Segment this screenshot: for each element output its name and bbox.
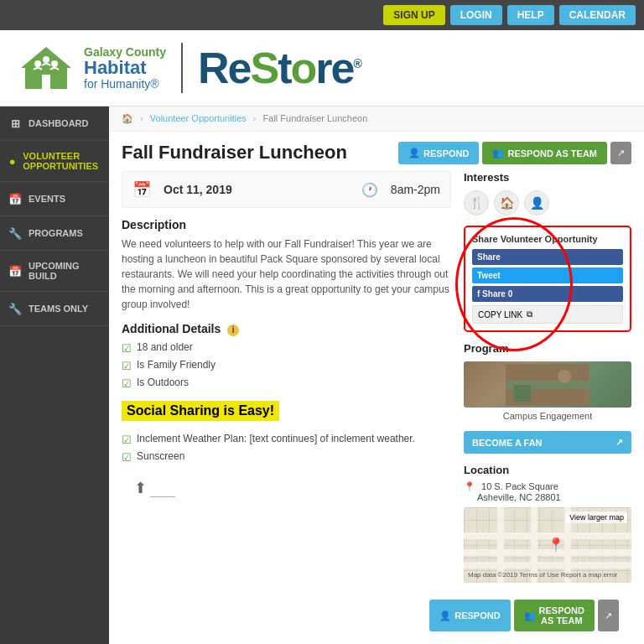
login-button[interactable]: LOGIN <box>450 5 502 25</box>
bottom-respond-label: RESPOND <box>454 610 500 621</box>
share-facebook2-button[interactable]: f Share 0 <box>472 286 623 302</box>
check-icon-weather: ☑ <box>122 434 132 446</box>
map-view-larger[interactable]: View larger map <box>566 512 627 523</box>
event-date: Oct 11, 2019 <box>164 183 232 196</box>
bottom-respond-row: 👤 RESPOND 👥 RESPOND AS TEAM ↗ <box>464 593 631 638</box>
bottom-respond-team-button[interactable]: 👥 RESPOND AS TEAM <box>514 600 595 631</box>
detail-text-2: Is Outdoors <box>137 377 189 388</box>
additional-details-title: Additional Details i <box>122 322 451 336</box>
interest-icon-1: 🏠 <box>494 190 519 216</box>
respond-person-icon: 👤 <box>408 148 420 158</box>
bottom-share-button[interactable]: ↗ <box>598 600 619 631</box>
description-section: Description We need volunteers to help w… <box>122 218 451 312</box>
copy-link-button[interactable]: COPY LINK ⧉ <box>472 305 623 324</box>
breadcrumb: 🏠 › Volunteer Opportunities › Fall Fundr… <box>109 106 644 132</box>
calendar-button[interactable]: CALENDAR <box>559 5 636 25</box>
teams-icon: 🔧 <box>8 302 22 315</box>
weather-text: Inclement Weather Plan: [text continues]… <box>137 433 415 444</box>
interest-icon-2: 👤 <box>524 190 549 216</box>
breadcrumb-volunteer-link[interactable]: Volunteer Opportunities <box>150 113 247 123</box>
event-title: Fall Fundraiser Luncheon <box>122 142 347 164</box>
detail-item-0: ☑ 18 and older <box>122 341 451 355</box>
share-facebook-button[interactable]: Share <box>472 249 623 265</box>
interests-title: Interests <box>464 171 631 184</box>
check-icon-1: ☑ <box>122 360 132 372</box>
top-navigation: SIGN UP LOGIN HELP CALENDAR <box>0 0 644 30</box>
location-title: Location <box>464 464 631 476</box>
weather-note: ☑ Inclement Weather Plan: [text continue… <box>122 433 451 446</box>
events-icon: 📅 <box>8 192 22 205</box>
detail-item-2: ☑ Is Outdoors <box>122 377 451 390</box>
event-actions: 👤 RESPOND 👥 RESPOND AS TEAM ↗ <box>398 142 631 164</box>
volunteer-icon: ● <box>8 154 16 168</box>
signup-button[interactable]: SIGN UP <box>383 5 444 25</box>
map-attribution: Map data ©2019 Terms of Use Report a map… <box>468 571 617 579</box>
help-button[interactable]: HELP <box>507 5 554 25</box>
map-placeholder[interactable]: 📍 Map data ©2019 Terms of Use Report a m… <box>464 507 631 583</box>
restore-logo-s: S <box>251 44 278 92</box>
program-section: Program Campus Engagement <box>464 342 631 421</box>
social-sharing-label: Social Sharing is Easy! <box>122 401 279 421</box>
detail-text-0: 18 and older <box>137 341 193 353</box>
restore-logo: ReStore® <box>198 43 361 93</box>
upload-icon[interactable]: ⬆ <box>134 479 147 497</box>
logo-divider <box>181 43 183 93</box>
program-label: Campus Engagement <box>464 411 631 421</box>
share-icon: ↗ <box>617 148 625 158</box>
program-image <box>464 361 631 408</box>
respond-team-button[interactable]: 👥 RESPOND AS TEAM <box>482 142 607 164</box>
bottom-share-icon: ↗ <box>605 610 612 621</box>
become-fan-button[interactable]: BECOME A FAN ↗ <box>464 431 631 454</box>
main-column: 📅 Oct 11, 2019 🕐 8am-2pm Description We … <box>122 171 464 638</box>
calendar-icon: 📅 <box>132 180 151 199</box>
sidebar-item-volunteer[interactable]: ● Volunteer Opportunities <box>0 141 109 182</box>
info-icon: i <box>227 325 239 336</box>
logo-bar: Galaxy County Habitat for Humanity® ReSt… <box>0 30 644 106</box>
check-icon-0: ☑ <box>122 342 132 355</box>
location-address-line1: 10 S. Pack Square <box>481 481 558 491</box>
share-button[interactable]: ↗ <box>610 142 631 164</box>
main-layout: ⊞ Dashboard ● Volunteer Opportunities 📅 … <box>0 106 644 644</box>
sidebar-item-upcoming[interactable]: 📅 Upcoming Build <box>0 251 109 292</box>
bottom-respond-button[interactable]: 👤 RESPOND <box>429 600 510 631</box>
restore-logo-o: o <box>291 44 316 92</box>
svg-point-3 <box>51 60 58 67</box>
sunscreen-item: ☑ Sunscreen <box>122 450 451 464</box>
become-fan-label: BECOME A FAN <box>472 438 543 448</box>
interest-icon-0: 🍴 <box>464 190 489 216</box>
copy-link-icon: ⧉ <box>527 309 532 319</box>
habitat-logo: Galaxy County Habitat for Humanity® <box>17 43 166 93</box>
sidebar-item-teams[interactable]: 🔧 Teams Only <box>0 292 109 326</box>
svg-point-2 <box>43 56 49 63</box>
map-road-h3 <box>464 562 631 569</box>
location-address-line2: Asheville, NC 28801 <box>477 492 561 502</box>
side-column: Interests 🍴 🏠 👤 Share Volunteer Opportun… <box>464 171 631 638</box>
breadcrumb-current: Fall Fundraiser Luncheon <box>263 113 368 123</box>
respond-button[interactable]: 👤 RESPOND <box>398 142 479 164</box>
program-thumbnail <box>506 364 589 406</box>
sidebar-label-volunteer: Volunteer Opportunities <box>23 151 101 171</box>
upload-divider <box>150 489 175 497</box>
logo-for-humanity: for Humanity® <box>84 77 166 91</box>
sidebar-label-programs: Programs <box>29 228 83 238</box>
breadcrumb-home-link[interactable]: 🏠 <box>122 113 133 123</box>
respond-team-icon: 👥 <box>492 148 504 158</box>
date-row: 📅 Oct 11, 2019 🕐 8am-2pm <box>122 171 451 208</box>
interests-icons: 🍴 🏠 👤 <box>464 190 631 216</box>
sidebar-item-events[interactable]: 📅 Events <box>0 182 109 216</box>
description-title: Description <box>122 218 451 231</box>
share-twitter-button[interactable]: Tweet <box>472 267 623 283</box>
sidebar-item-dashboard[interactable]: ⊞ Dashboard <box>0 106 109 141</box>
share-popup-container: Share Volunteer Opportunity Share Tweet … <box>464 226 631 332</box>
upcoming-icon: 📅 <box>8 264 22 278</box>
event-header: Fall Fundraiser Luncheon 👤 RESPOND 👥 RES… <box>109 132 644 171</box>
programs-icon: 🔧 <box>8 226 22 240</box>
sidebar-label-upcoming: Upcoming Build <box>29 261 101 281</box>
dashboard-icon: ⊞ <box>8 117 22 130</box>
sidebar-label-dashboard: Dashboard <box>29 118 89 128</box>
sidebar-label-teams: Teams Only <box>29 304 88 314</box>
sidebar-item-programs[interactable]: 🔧 Programs <box>0 216 109 251</box>
share-popup-title: Share Volunteer Opportunity <box>472 234 623 244</box>
sunscreen-text: Sunscreen <box>137 450 184 462</box>
logo-text: Galaxy County Habitat for Humanity® <box>84 45 166 91</box>
